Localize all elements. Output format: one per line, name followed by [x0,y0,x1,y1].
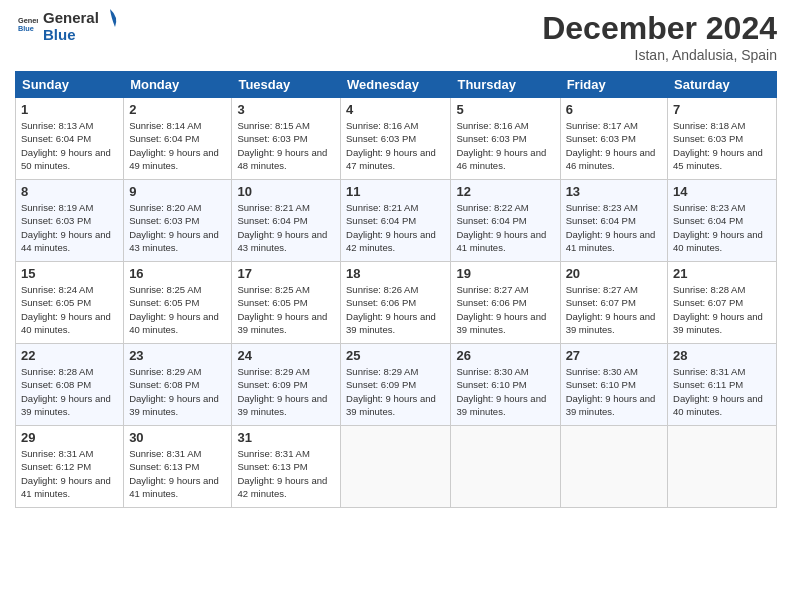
sunset-label: Sunset: 6:03 PM [346,133,416,144]
calendar-table: Sunday Monday Tuesday Wednesday Thursday… [15,71,777,508]
sunset-label: Sunset: 6:07 PM [673,297,743,308]
sunrise-label: Sunrise: 8:25 AM [237,284,309,295]
sunset-label: Sunset: 6:03 PM [566,133,636,144]
day-info: Sunrise: 8:19 AM Sunset: 6:03 PM Dayligh… [21,201,118,254]
day-number: 22 [21,348,118,363]
calendar-cell: 2 Sunrise: 8:14 AM Sunset: 6:04 PM Dayli… [124,98,232,180]
day-info: Sunrise: 8:16 AM Sunset: 6:03 PM Dayligh… [456,119,554,172]
daylight-label: Daylight: 9 hours and 41 minutes. [21,475,111,499]
header-sunday: Sunday [16,72,124,98]
sunrise-label: Sunrise: 8:17 AM [566,120,638,131]
header-tuesday: Tuesday [232,72,341,98]
sunset-label: Sunset: 6:13 PM [237,461,307,472]
day-info: Sunrise: 8:28 AM Sunset: 6:08 PM Dayligh… [21,365,118,418]
calendar-week-row: 29 Sunrise: 8:31 AM Sunset: 6:12 PM Dayl… [16,426,777,508]
calendar-week-row: 8 Sunrise: 8:19 AM Sunset: 6:03 PM Dayli… [16,180,777,262]
calendar-cell: 13 Sunrise: 8:23 AM Sunset: 6:04 PM Dayl… [560,180,667,262]
day-info: Sunrise: 8:17 AM Sunset: 6:03 PM Dayligh… [566,119,662,172]
day-number: 10 [237,184,335,199]
sunrise-label: Sunrise: 8:27 AM [566,284,638,295]
sunrise-label: Sunrise: 8:30 AM [566,366,638,377]
page-header: General Blue General Blue December 2024 … [15,10,777,63]
calendar-cell: 25 Sunrise: 8:29 AM Sunset: 6:09 PM Dayl… [341,344,451,426]
sunrise-label: Sunrise: 8:31 AM [237,448,309,459]
sunrise-label: Sunrise: 8:21 AM [346,202,418,213]
sunrise-label: Sunrise: 8:27 AM [456,284,528,295]
daylight-label: Daylight: 9 hours and 41 minutes. [456,229,546,253]
calendar-cell: 22 Sunrise: 8:28 AM Sunset: 6:08 PM Dayl… [16,344,124,426]
calendar-cell: 23 Sunrise: 8:29 AM Sunset: 6:08 PM Dayl… [124,344,232,426]
calendar-cell [668,426,777,508]
calendar-week-row: 15 Sunrise: 8:24 AM Sunset: 6:05 PM Dayl… [16,262,777,344]
header-friday: Friday [560,72,667,98]
sunrise-label: Sunrise: 8:29 AM [237,366,309,377]
sunrise-label: Sunrise: 8:13 AM [21,120,93,131]
daylight-label: Daylight: 9 hours and 44 minutes. [21,229,111,253]
daylight-label: Daylight: 9 hours and 46 minutes. [456,147,546,171]
calendar-cell: 19 Sunrise: 8:27 AM Sunset: 6:06 PM Dayl… [451,262,560,344]
day-number: 7 [673,102,771,117]
day-number: 29 [21,430,118,445]
day-number: 9 [129,184,226,199]
daylight-label: Daylight: 9 hours and 39 minutes. [566,393,656,417]
day-number: 3 [237,102,335,117]
day-info: Sunrise: 8:30 AM Sunset: 6:10 PM Dayligh… [566,365,662,418]
sunset-label: Sunset: 6:08 PM [129,379,199,390]
calendar-cell: 28 Sunrise: 8:31 AM Sunset: 6:11 PM Dayl… [668,344,777,426]
sunset-label: Sunset: 6:04 PM [346,215,416,226]
calendar-cell [341,426,451,508]
day-info: Sunrise: 8:31 AM Sunset: 6:13 PM Dayligh… [237,447,335,500]
sunrise-label: Sunrise: 8:22 AM [456,202,528,213]
svg-text:Blue: Blue [18,24,34,33]
calendar-cell: 15 Sunrise: 8:24 AM Sunset: 6:05 PM Dayl… [16,262,124,344]
calendar-cell: 30 Sunrise: 8:31 AM Sunset: 6:13 PM Dayl… [124,426,232,508]
sunset-label: Sunset: 6:04 PM [456,215,526,226]
sunrise-label: Sunrise: 8:21 AM [237,202,309,213]
sunrise-label: Sunrise: 8:29 AM [129,366,201,377]
sunset-label: Sunset: 6:03 PM [129,215,199,226]
sunrise-label: Sunrise: 8:30 AM [456,366,528,377]
daylight-label: Daylight: 9 hours and 39 minutes. [129,393,219,417]
sunset-label: Sunset: 6:10 PM [456,379,526,390]
daylight-label: Daylight: 9 hours and 40 minutes. [673,229,763,253]
daylight-label: Daylight: 9 hours and 39 minutes. [456,393,546,417]
sunset-label: Sunset: 6:09 PM [346,379,416,390]
day-info: Sunrise: 8:18 AM Sunset: 6:03 PM Dayligh… [673,119,771,172]
day-info: Sunrise: 8:21 AM Sunset: 6:04 PM Dayligh… [237,201,335,254]
calendar-week-row: 1 Sunrise: 8:13 AM Sunset: 6:04 PM Dayli… [16,98,777,180]
day-number: 8 [21,184,118,199]
sunrise-label: Sunrise: 8:19 AM [21,202,93,213]
daylight-label: Daylight: 9 hours and 39 minutes. [673,311,763,335]
sunset-label: Sunset: 6:13 PM [129,461,199,472]
sunrise-label: Sunrise: 8:23 AM [673,202,745,213]
sunrise-label: Sunrise: 8:18 AM [673,120,745,131]
day-number: 13 [566,184,662,199]
day-number: 6 [566,102,662,117]
day-info: Sunrise: 8:27 AM Sunset: 6:06 PM Dayligh… [456,283,554,336]
day-info: Sunrise: 8:29 AM Sunset: 6:08 PM Dayligh… [129,365,226,418]
sunset-label: Sunset: 6:04 PM [566,215,636,226]
sunrise-label: Sunrise: 8:16 AM [456,120,528,131]
sunrise-label: Sunrise: 8:28 AM [673,284,745,295]
sunset-label: Sunset: 6:06 PM [456,297,526,308]
day-info: Sunrise: 8:20 AM Sunset: 6:03 PM Dayligh… [129,201,226,254]
day-number: 4 [346,102,445,117]
calendar-cell: 1 Sunrise: 8:13 AM Sunset: 6:04 PM Dayli… [16,98,124,180]
day-number: 24 [237,348,335,363]
day-number: 30 [129,430,226,445]
day-number: 12 [456,184,554,199]
day-number: 15 [21,266,118,281]
sunset-label: Sunset: 6:06 PM [346,297,416,308]
day-info: Sunrise: 8:31 AM Sunset: 6:13 PM Dayligh… [129,447,226,500]
daylight-label: Daylight: 9 hours and 43 minutes. [237,229,327,253]
day-number: 26 [456,348,554,363]
calendar-cell: 27 Sunrise: 8:30 AM Sunset: 6:10 PM Dayl… [560,344,667,426]
day-info: Sunrise: 8:14 AM Sunset: 6:04 PM Dayligh… [129,119,226,172]
calendar-cell [560,426,667,508]
day-number: 23 [129,348,226,363]
day-number: 18 [346,266,445,281]
sunset-label: Sunset: 6:04 PM [673,215,743,226]
sunrise-label: Sunrise: 8:28 AM [21,366,93,377]
sunset-label: Sunset: 6:03 PM [237,133,307,144]
daylight-label: Daylight: 9 hours and 39 minutes. [456,311,546,335]
